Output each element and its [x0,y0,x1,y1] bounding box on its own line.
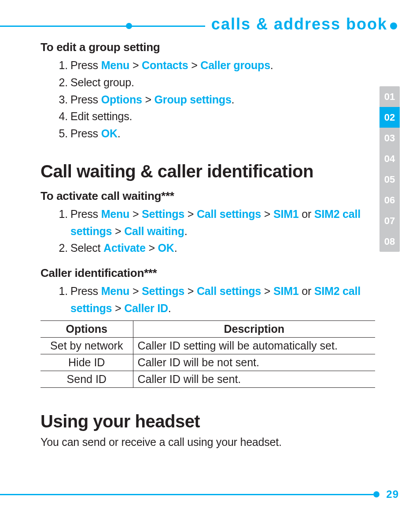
header: calls & address book [0,18,399,33]
page-number: 29 [386,488,399,501]
step: 1.Press Menu > Settings > Call settings … [57,283,367,317]
steps-activate-call-waiting: 1.Press Menu > Settings > Call settings … [57,206,367,257]
th-description: Description [133,320,375,337]
heading-call-waiting: Call waiting & caller identification [41,162,367,181]
cell-description: Caller ID will be sent. [133,371,375,387]
footer-dot-icon [373,491,379,497]
header-title: calls & address book [205,15,387,33]
cell-description: Caller ID setting will be automatically … [133,337,375,354]
tab-04[interactable]: 04 [379,148,400,169]
header-dot-left-icon [126,23,132,29]
steps-edit-group: 1.Press Menu > Contacts > Caller groups.… [57,57,367,142]
tab-01[interactable]: 01 [379,86,400,107]
step: 1.Press Menu > Settings > Call settings … [57,206,367,240]
heading-using-headset: Using your headset [41,412,367,431]
section-tabs: 01 02 03 04 05 06 07 08 [379,86,400,252]
step: 2.Select group. [57,74,367,91]
lead-using-headset: You can send or receive a call using you… [41,436,367,449]
step: 5.Press OK. [57,125,367,142]
heading-edit-group: To edit a group setting [41,40,367,54]
cell-option: Send ID [41,371,133,387]
tab-08[interactable]: 08 [379,231,400,252]
caller-id-table: Options Description Set by network Calle… [41,320,375,388]
step: 4.Edit settings. [57,108,367,125]
cell-option: Set by network [41,337,133,354]
page: calls & address book 01 02 03 04 05 06 0… [0,0,420,519]
step: 3.Press Options > Group settings. [57,91,367,108]
step: 1.Press Menu > Contacts > Caller groups. [57,57,367,74]
steps-caller-identification: 1.Press Menu > Settings > Call settings … [57,283,367,317]
tab-02[interactable]: 02 [379,107,400,128]
tab-07[interactable]: 07 [379,210,400,231]
tab-03[interactable]: 03 [379,128,400,148]
table-header-row: Options Description [41,320,375,337]
cell-option: Hide ID [41,354,133,371]
th-options: Options [41,320,133,337]
cell-description: Caller ID will be not sent. [133,354,375,371]
table-row: Set by network Caller ID setting will be… [41,337,375,354]
tab-06[interactable]: 06 [379,190,400,210]
step: 2.Select Activate > OK. [57,239,367,257]
table-row: Hide ID Caller ID will be not sent. [41,354,375,371]
table-row: Send ID Caller ID will be sent. [41,371,375,387]
footer: 29 [0,489,399,500]
content: To edit a group setting 1.Press Menu > C… [41,40,367,449]
heading-caller-identification: Caller identification*** [41,266,367,280]
heading-activate-call-waiting: To activate call waiting*** [41,189,367,203]
footer-rule [0,494,373,495]
header-dot-right-icon [390,22,397,29]
tab-05[interactable]: 05 [379,169,400,190]
